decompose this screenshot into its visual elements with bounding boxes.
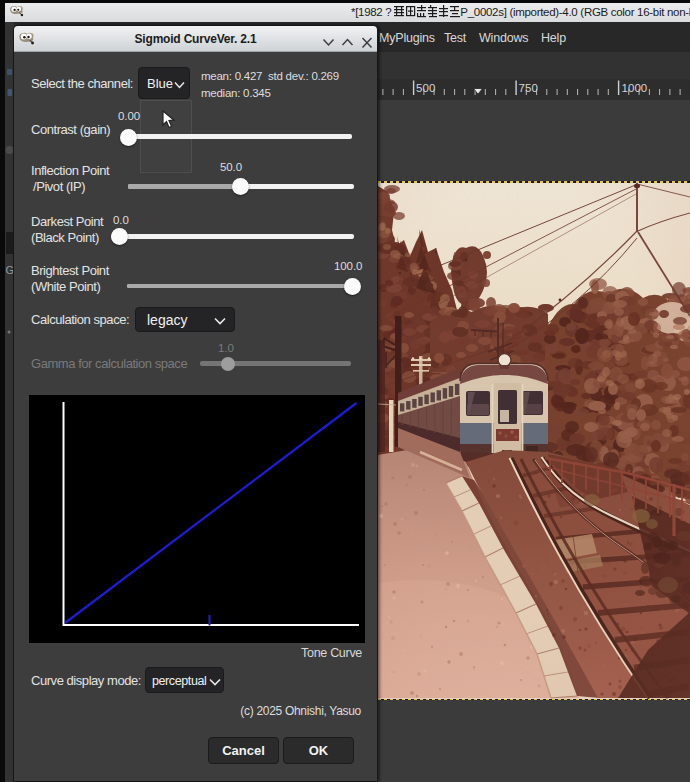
svg-text:500: 500 xyxy=(416,82,435,94)
svg-text:750: 750 xyxy=(519,82,538,94)
svg-text:1000: 1000 xyxy=(622,82,648,94)
